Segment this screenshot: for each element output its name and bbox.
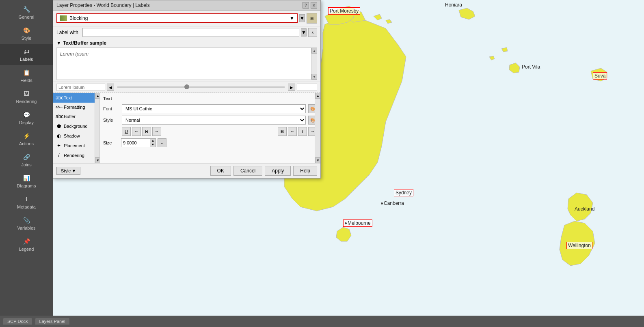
sidebar-item-rendering[interactable]: 🖼 Rendering	[0, 86, 53, 107]
cancel-button[interactable]: Cancel	[233, 166, 262, 176]
bottom-bar: SCP Dock Layers Panel	[0, 316, 644, 327]
joins-icon: 🔗	[22, 153, 31, 161]
labelwith-input[interactable]	[82, 28, 299, 37]
panel-item-placement[interactable]: ✦ Placement	[53, 141, 99, 151]
panel-item-shadow-label: Shadow	[64, 133, 80, 138]
dialog-titlebar: Layer Properties - World Boundary | Labe…	[53, 0, 320, 11]
dialog-title: Layer Properties - World Boundary | Labe…	[56, 2, 150, 8]
style-dropdown-btn[interactable]: Style ▼	[56, 167, 80, 175]
sidebar-item-display[interactable]: 💬 Display	[0, 107, 53, 128]
blocking-label: Blocking	[69, 15, 88, 21]
textbuffer-header[interactable]: ▼ Text/Buffer sample	[56, 40, 317, 46]
style-select[interactable]: Normal Bold Italic Bold Italic	[122, 116, 306, 125]
placement-icon: ✦	[56, 143, 62, 148]
dialog-help-btn[interactable]: ?	[303, 2, 309, 9]
superscript-btn[interactable]: →	[152, 127, 161, 136]
left-scroll-down[interactable]: ▼	[95, 157, 100, 163]
font-select[interactable]: MS UI Gothic	[122, 104, 306, 113]
underline-btn[interactable]: U	[122, 127, 131, 136]
size-spin-down[interactable]: ▼	[150, 143, 156, 147]
subscript-btn[interactable]: ←	[132, 127, 141, 136]
sidebar-item-style[interactable]: 🎨 Style	[0, 23, 53, 44]
sidebar-item-fields[interactable]: 📋 Fields	[0, 65, 53, 86]
labels-icon: 🏷	[22, 47, 31, 56]
city-auckland: Auckland	[575, 206, 594, 212]
sidebar-item-metadata[interactable]: ℹ Metadata	[0, 191, 53, 213]
fields-icon: 📋	[22, 68, 31, 77]
epsilon-btn[interactable]: ε	[308, 28, 317, 37]
preview-scrollbar: ▲ ▼	[311, 48, 317, 80]
city-honiara: Honiara	[445, 2, 462, 8]
sidebar: 🔧 General 🎨 Style 🏷 Labels 📋 Fields 🖼 Re…	[0, 0, 53, 327]
sidebar-item-legend[interactable]: 📌 Legend	[0, 234, 53, 255]
city-suva: Suva	[593, 72, 607, 80]
slider-right-nav[interactable]: ▶	[288, 84, 295, 91]
preview-text: Lorem Ipsum	[60, 51, 89, 57]
city-port-vila: Port Vila	[522, 64, 540, 70]
labelwith-dropdown-arrow[interactable]: ▼	[301, 28, 307, 37]
panel-item-rendering[interactable]: / Rendering	[53, 151, 99, 160]
dropdown-arrow-btn[interactable]: ▼	[299, 14, 305, 22]
slider-end-input[interactable]	[297, 84, 317, 91]
dialog-close-btn[interactable]: ✕	[311, 2, 317, 9]
slider-track[interactable]	[117, 86, 285, 88]
layers-panel-tab[interactable]: Layers Panel	[35, 318, 69, 325]
sidebar-item-joins[interactable]: 🔗 Joins	[0, 149, 53, 170]
sidebar-item-general[interactable]: 🔧 General	[0, 2, 53, 23]
svg-marker-12	[489, 56, 495, 60]
help-button[interactable]: Help	[293, 166, 317, 176]
apply-button[interactable]: Apply	[265, 166, 291, 176]
ok-button[interactable]: OK	[210, 166, 231, 176]
sidebar-item-labels[interactable]: 🏷 Labels	[0, 44, 53, 65]
city-port-moresby: Port Moresby	[328, 7, 360, 15]
bold-btn[interactable]: B	[278, 127, 287, 136]
left-panel: abc Text ab← Formatting abc Buffer ⬟ Bac…	[53, 93, 100, 163]
italic-btn[interactable]: I	[298, 127, 307, 136]
shadow-icon: ◐	[56, 133, 62, 139]
slider-handle[interactable]	[184, 84, 189, 89]
scp-dock-tab[interactable]: SCP Dock	[3, 318, 32, 325]
sidebar-item-variables[interactable]: 📎 Variables	[0, 213, 53, 234]
svg-marker-13	[501, 47, 508, 52]
right-scroll-up[interactable]: ▲	[315, 93, 320, 99]
panel-item-buffer[interactable]: abc Buffer	[53, 112, 99, 121]
background-icon: ⬟	[56, 123, 62, 129]
format-buttons-row: U ← S → B ← I →	[103, 127, 317, 136]
panel-item-text[interactable]: abc Text	[53, 93, 99, 103]
size-spin-up[interactable]: ▲	[150, 139, 156, 143]
style-label: Style	[103, 118, 119, 123]
layer-properties-dialog: Layer Properties - World Boundary | Labe…	[53, 0, 321, 179]
svg-marker-9	[459, 8, 475, 19]
grid-icon-btn[interactable]: ⊞	[307, 13, 317, 24]
left-scroll-up[interactable]: ▲	[95, 93, 100, 99]
scroll-down[interactable]: ▼	[311, 74, 317, 80]
panel-item-background[interactable]: ⬟ Background	[53, 121, 99, 131]
slider-left-nav[interactable]: ◀	[107, 84, 114, 91]
sidebar-item-diagrams[interactable]: 📊 Diagrams	[0, 170, 53, 191]
size-unit-btn[interactable]: ←	[158, 138, 166, 147]
text-section-label: Text	[103, 96, 317, 102]
right-panel: Text Font MS UI Gothic 🎨 Style Normal Bo…	[100, 93, 320, 163]
panel-item-formatting-label: Formatting	[64, 105, 85, 110]
left-scrollbar: ▲ ▼	[95, 93, 99, 163]
panel-item-formatting[interactable]: ab← Formatting	[53, 103, 99, 112]
panel-item-shadow[interactable]: ◐ Shadow	[53, 131, 99, 141]
size-label: Size	[103, 140, 119, 145]
blocking-dropdown[interactable]: Blocking ▼	[56, 13, 298, 23]
bold-arrow-btn[interactable]: ←	[288, 127, 297, 136]
textbuffer-section: ▼ Text/Buffer sample Lorem Ipsum ▲ ▼	[53, 39, 320, 82]
legend-icon: 📌	[22, 237, 31, 246]
sidebar-item-actions[interactable]: ⚡ Actions	[0, 128, 53, 149]
rendering-icon: 🖼	[22, 89, 31, 98]
size-input[interactable]	[121, 140, 150, 146]
collapse-icon: ▼	[56, 40, 61, 46]
textbuffer-preview: Lorem Ipsum ▲ ▼	[56, 47, 317, 80]
right-scroll-down[interactable]: ▼	[315, 157, 320, 163]
scroll-up[interactable]: ▲	[311, 48, 317, 54]
labelwith-row: Label with ▼ ε	[53, 26, 320, 39]
general-icon: 🔧	[22, 5, 31, 14]
strikethrough-btn[interactable]: S	[142, 127, 151, 136]
slider-row: Lorem Ipsum ◀ ▶	[53, 82, 320, 93]
panel-item-text-label: Text	[64, 95, 72, 100]
main-split: abc Text ab← Formatting abc Buffer ⬟ Bac…	[53, 93, 320, 163]
